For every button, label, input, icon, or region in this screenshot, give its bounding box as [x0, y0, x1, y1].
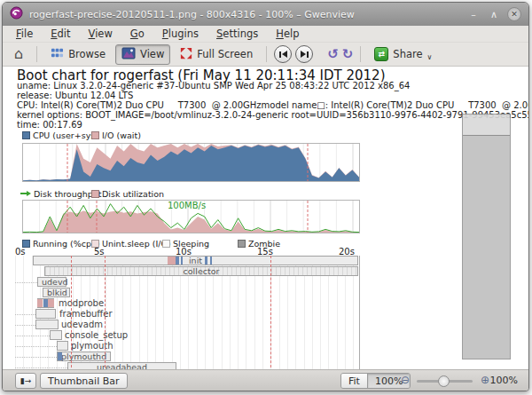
chevron-down-icon: ∨ — [427, 53, 433, 61]
process-bar-console_setup — [50, 330, 62, 340]
triangle-left-icon — [282, 51, 287, 58]
tree-guide — [15, 336, 50, 336]
image-view[interactable]: Boot chart for rogerfast (Fri May 11 20:… — [3, 67, 528, 369]
legend-item: Disk utilization — [91, 189, 164, 199]
share-button[interactable]: ⇄ Share ∨ — [368, 44, 438, 64]
zoom-level-value: 100% — [490, 375, 518, 386]
sidebar-toggle-button[interactable]: ▮→ — [15, 373, 36, 389]
fullscreen-icon — [180, 47, 192, 62]
fullscreen-button[interactable]: Full Screen — [174, 44, 259, 65]
process-bar-plymouth — [57, 341, 68, 351]
process-segment-run — [210, 257, 212, 265]
process-tree: initcollectorudevdblkidmodprobeframebuff… — [15, 256, 360, 369]
process-bar-udevadm — [35, 320, 59, 329]
share-icon: ⇄ — [374, 47, 388, 61]
menu-settings[interactable]: Settings — [208, 27, 266, 41]
thumbnail-bar-button[interactable]: Thumbnail Bar — [40, 373, 128, 389]
browse-button[interactable]: Browse — [44, 44, 112, 65]
color-swatch-icon — [91, 190, 99, 198]
close-button[interactable]: ✕ — [507, 7, 521, 21]
tree-guide — [15, 314, 35, 315]
zoom-in-icon[interactable]: ⊕ — [481, 374, 489, 386]
milestone-marker — [105, 256, 106, 369]
view-label: View — [140, 48, 164, 60]
process-bar-framebuffer — [35, 309, 56, 319]
color-swatch-icon — [91, 131, 99, 139]
legend-item: Disk throughput — [20, 189, 102, 199]
rotate-right-button[interactable]: ↻ — [342, 47, 354, 61]
fullscreen-label: Full Screen — [197, 48, 253, 60]
next-image-button[interactable] — [295, 45, 313, 63]
zoom-slider-thumb[interactable] — [438, 375, 450, 387]
disk-max-label: 100MB/s — [168, 201, 206, 210]
statusbar: ▮→ Thumbnail Bar Fit 100% ⊖ ⊕ 100% — [3, 369, 528, 391]
start-page-button[interactable]: ⌂ — [8, 45, 29, 63]
process-label-console_setup: console_setup — [65, 330, 128, 340]
process-label-plymouth: plymouth — [71, 341, 113, 351]
view-button[interactable]: View — [115, 44, 170, 65]
process-bar-blkid: blkid — [43, 288, 70, 297]
minimap-overlay[interactable] — [462, 114, 511, 359]
legend-label: I/O (wait) — [102, 130, 141, 140]
tree-guide — [15, 357, 57, 358]
bootchart-kernel-options: kernel options: BOOT_IMAGE=/boot/vmlinuz… — [17, 110, 528, 120]
process-bar-ureadahead: ureadahead — [67, 362, 176, 369]
toolbar-separator — [266, 46, 267, 62]
tree-guide — [15, 346, 57, 347]
tree-guide — [15, 325, 35, 326]
browse-label: Browse — [68, 48, 106, 60]
home-icon: ⌂ — [14, 48, 23, 60]
bootchart-uname: uname: Linux 3.2.0-24-generic #37-Ubuntu… — [17, 81, 410, 91]
milestone-marker — [71, 256, 72, 369]
image-view-icon — [121, 47, 136, 62]
minimap-viewport[interactable] — [463, 115, 510, 136]
menu-edit[interactable]: Edit — [43, 27, 78, 41]
legend-item: CPU (user+sys) — [22, 130, 98, 140]
fit-button[interactable]: Fit — [341, 374, 367, 388]
toolbar: ⌂ Browse View Full Screen ↺ ↻ ⇄ Share ∨ — [3, 43, 528, 67]
milestone-marker — [270, 256, 271, 369]
bootchart-time: time: 00:17.69 — [17, 120, 82, 130]
zoom-slider[interactable] — [417, 380, 473, 383]
legend-item: I/O (wait) — [91, 130, 141, 140]
bootchart-release: release: Ubuntu 12.04 LTS — [17, 91, 133, 100]
zoom-out-icon[interactable]: ⊖ — [401, 374, 410, 386]
process-bar-collector: collector — [44, 266, 358, 276]
menu-go[interactable]: Go — [122, 27, 153, 41]
process-bar-plymouthd: plymouthd — [57, 352, 111, 361]
process-label-modprobe: modprobe — [59, 298, 104, 308]
bootchart-cpu-info: CPU: Intel(R) Core(TM)2 Duo CPU T7300 @ … — [17, 100, 528, 110]
menu-plugins[interactable]: Plugins — [154, 27, 207, 41]
triangle-right-icon — [301, 51, 306, 58]
titlebar[interactable]: rogerfast-precise-20120511-1.png - 800x4… — [3, 3, 528, 26]
rotate-left-button[interactable]: ↺ — [327, 47, 339, 61]
maximize-button[interactable]: ∧ — [487, 9, 501, 20]
cpu-chart — [22, 143, 360, 182]
toolbar-separator — [360, 46, 361, 62]
menu-view[interactable]: View — [81, 27, 121, 41]
toolbar-separator — [36, 46, 37, 62]
gwenview-app-icon — [10, 6, 23, 23]
process-segment-io — [37, 299, 43, 307]
process-bar-init: init — [33, 256, 358, 265]
browse-grid-icon — [51, 47, 64, 62]
menu-help[interactable]: Help — [268, 27, 307, 41]
legend-label: CPU (user+sys) — [33, 130, 98, 140]
menu-file[interactable]: File — [8, 27, 41, 41]
window-title: rogerfast-precise-20120511-1.png - 800x4… — [29, 9, 460, 20]
process-segment-io — [168, 257, 176, 265]
menubar: FileEditViewGoPluginsSettingsHelp — [3, 26, 528, 43]
process-segment-run — [181, 257, 183, 265]
legend-label: Disk utilization — [102, 189, 164, 199]
process-segment-run — [205, 257, 207, 265]
process-label-udevadm: udevadm — [61, 320, 103, 329]
skip-back-icon — [279, 51, 281, 58]
line-swatch-icon — [20, 189, 31, 199]
minimize-button[interactable]: – — [466, 9, 481, 20]
previous-image-button[interactable] — [274, 45, 292, 63]
color-swatch-icon — [22, 131, 30, 139]
share-label: Share — [393, 48, 422, 60]
tree-guide — [15, 367, 67, 368]
gwenview-window: rogerfast-precise-20120511-1.png - 800x4… — [2, 2, 529, 391]
process-segment-run — [176, 257, 179, 265]
